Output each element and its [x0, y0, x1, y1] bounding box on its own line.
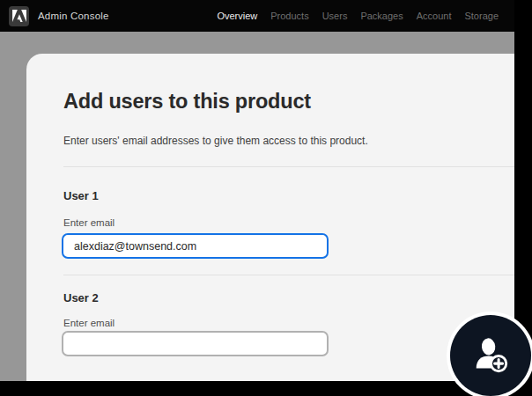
- user-2-label: User 2: [63, 291, 99, 304]
- user-1-label: User 1: [63, 189, 99, 202]
- nav-item-overview[interactable]: Overview: [217, 11, 257, 21]
- brand: Admin Console: [9, 6, 109, 26]
- page-subtitle: Enter users' email addresses to give the…: [63, 135, 368, 147]
- nav-item-users[interactable]: Users: [322, 11, 348, 21]
- add-user-icon: [470, 335, 511, 376]
- nav-items: Overview Products Users Packages Account…: [217, 11, 506, 21]
- adobe-logo-glyph: [12, 10, 26, 22]
- add-users-card: Add users to this product Enter users' e…: [26, 54, 514, 381]
- nav-item-packages[interactable]: Packages: [360, 11, 403, 21]
- top-nav-bar: Admin Console Overview Products Users Pa…: [0, 0, 514, 32]
- adobe-logo-icon: [9, 6, 29, 26]
- page-title: Add users to this product: [63, 90, 311, 114]
- add-user-button[interactable]: [450, 315, 531, 396]
- user-2-email-input[interactable]: [62, 331, 329, 356]
- admin-console-window: Admin Console Overview Products Users Pa…: [0, 0, 514, 381]
- nav-item-storage[interactable]: Storage: [464, 11, 499, 21]
- user-1-email-input[interactable]: [62, 233, 329, 259]
- nav-item-products[interactable]: Products: [270, 11, 308, 21]
- app-title: Admin Console: [38, 11, 109, 21]
- user-1-email-label: Enter email: [63, 217, 115, 228]
- nav-item-account[interactable]: Account: [417, 11, 452, 21]
- divider: [63, 275, 514, 275]
- page-background: { "navbar": { "app_title": "Admin Consol…: [0, 0, 532, 396]
- user-2-email-label: Enter email: [63, 318, 115, 328]
- divider: [63, 166, 514, 167]
